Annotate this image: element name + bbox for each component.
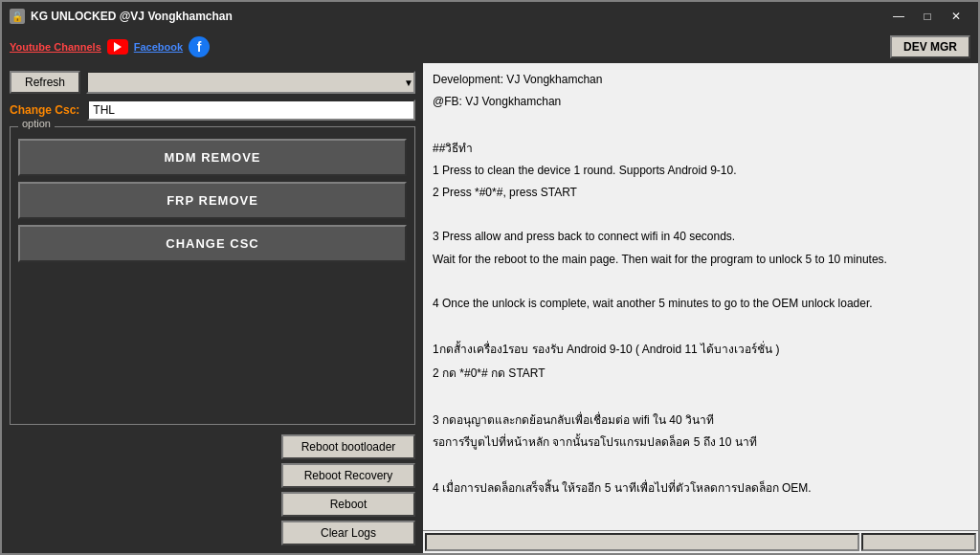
info-line: 1 Press to clean the device 1 round. Sup…: [433, 162, 969, 180]
refresh-button[interactable]: Refresh: [10, 71, 80, 94]
minimize-button[interactable]: —: [884, 7, 913, 26]
info-line: 2 กด *#0*# กด START: [433, 365, 969, 383]
refresh-row: Refresh ▼: [10, 71, 415, 94]
info-line: [433, 455, 969, 474]
frp-remove-button[interactable]: FRP REMOVE: [18, 182, 407, 219]
info-line: Wait for the reboot to the main page. Th…: [433, 251, 969, 269]
info-line: รอการรีบูตไปที่หน้าหลัก จากนั้นรอโปรแกรม…: [433, 433, 969, 452]
option-group-label: option: [18, 118, 55, 129]
main-content: Refresh ▼ Change Csc: option MDM REMOVE …: [2, 63, 978, 553]
youtube-icon[interactable]: [107, 39, 128, 55]
facebook-icon[interactable]: f: [189, 36, 210, 57]
info-line: [433, 115, 969, 133]
info-line: 4 Once the unlock is complete, wait anot…: [433, 295, 969, 313]
csc-input[interactable]: [87, 100, 415, 121]
reboot-recovery-button[interactable]: Reboot Recovery: [281, 463, 415, 488]
device-dropdown[interactable]: [86, 71, 415, 94]
maximize-button[interactable]: □: [913, 7, 942, 26]
mdm-remove-button[interactable]: MDM REMOVE: [18, 139, 407, 176]
window-title: KG UNLOCKED @VJ Vongkhamchan: [31, 10, 884, 23]
window-controls: — □ ✕: [884, 7, 970, 26]
window-icon: 🔓: [10, 9, 25, 24]
change-csc-button[interactable]: CHANGE CSC: [18, 225, 407, 262]
progress-row: [423, 530, 978, 553]
right-panel: Development: VJ Vongkhamchan@FB: VJ Vong…: [423, 63, 978, 553]
progress-bar-container: [425, 533, 859, 551]
info-line: 1กดสั้างเครื่อง1รอบ รองรับ Android 9-10 …: [433, 341, 969, 359]
bottom-button-area: Reboot bootloader Reboot Recovery Reboot…: [10, 431, 415, 545]
reboot-button[interactable]: Reboot: [281, 492, 415, 517]
info-line: 3 กดอนุญาตและกดย้อนกลับเพื่อเชื่อมต่อ wi…: [433, 411, 969, 430]
info-line: [433, 317, 969, 335]
youtube-link[interactable]: Youtube Channels: [10, 41, 101, 53]
info-area: Development: VJ Vongkhamchan@FB: VJ Vong…: [423, 63, 978, 530]
close-button[interactable]: ✕: [942, 7, 970, 26]
info-line: [433, 273, 969, 291]
info-line: @FB: VJ Vongkhamchan: [433, 93, 969, 111]
info-line: 2 Press *#0*#, press START: [433, 184, 969, 202]
info-line: [433, 388, 969, 406]
info-line: ##วิธีทำ: [433, 140, 969, 158]
dev-mgr-button[interactable]: DEV MGR: [890, 35, 970, 58]
reboot-bootloader-button[interactable]: Reboot bootloader: [281, 434, 415, 459]
facebook-link[interactable]: Facebook: [134, 41, 183, 53]
csc-label: Change Csc:: [10, 103, 79, 117]
left-panel: Refresh ▼ Change Csc: option MDM REMOVE …: [2, 63, 423, 553]
option-group: option MDM REMOVE FRP REMOVE CHANGE CSC: [10, 126, 415, 425]
toolbar: Youtube Channels Facebook f DEV MGR: [2, 31, 978, 63]
title-bar: 🔓 KG UNLOCKED @VJ Vongkhamchan — □ ✕: [2, 2, 978, 31]
main-window: 🔓 KG UNLOCKED @VJ Vongkhamchan — □ ✕ You…: [0, 0, 980, 555]
info-line: 3 Press allow and press back to connect …: [433, 228, 969, 246]
progress-status: [861, 533, 976, 551]
info-line: [433, 206, 969, 224]
csc-row: Change Csc:: [10, 100, 415, 121]
info-line: 4 เมื่อการปลดล็อกเสร็จสิ้น ให้รออีก 5 นา…: [433, 479, 969, 498]
clear-logs-button[interactable]: Clear Logs: [281, 521, 415, 545]
social-links: Youtube Channels Facebook f: [10, 36, 210, 57]
device-dropdown-wrapper: ▼: [86, 71, 415, 94]
info-line: Development: VJ Vongkhamchan: [433, 71, 969, 89]
